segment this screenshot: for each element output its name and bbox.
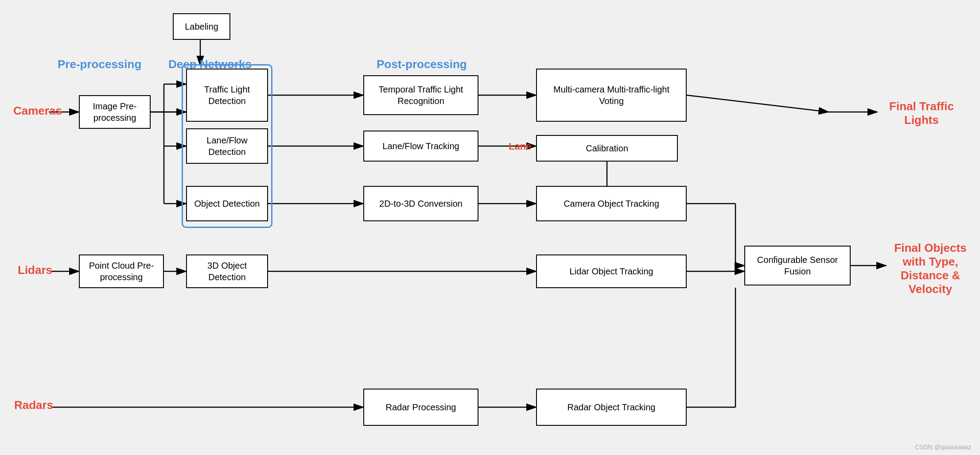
watermark: CSDN @qaaaaaaaz (915, 443, 971, 451)
radar-object-tracking-box: Radar Object Tracking (536, 389, 687, 426)
temporal-traffic-box: Temporal Traffic Light Recognition (363, 75, 478, 115)
final-traffic-lights-label: Final Traffic Lights (877, 100, 966, 127)
multi-camera-box: Multi-camera Multi-traffic-light Voting (536, 69, 687, 122)
labeling-box: Labeling (173, 13, 230, 40)
arrows-svg (0, 0, 980, 455)
postprocessing-label: Post-processing (377, 58, 467, 71)
image-preprocessing-box: Image Pre-processing (79, 95, 151, 129)
point-cloud-box: Point Cloud Pre-processing (79, 254, 164, 288)
twod-to-threed-box: 2D-to-3D Conversion (363, 186, 478, 221)
threed-object-detection-box: 3D Object Detection (186, 254, 268, 288)
configurable-sensor-fusion-box: Configurable Sensor Fusion (744, 246, 851, 285)
deep-networks-outline (182, 64, 272, 228)
lane-label: Lane (509, 141, 531, 152)
lidar-object-tracking-box: Lidar Object Tracking (536, 254, 687, 288)
cameras-label: Cameras (13, 104, 62, 118)
lane-flow-tracking-box: Lane/Flow Tracking (363, 131, 478, 162)
svg-line-23 (687, 95, 828, 112)
camera-object-tracking-box: Camera Object Tracking (536, 186, 687, 221)
preprocessing-label: Pre-processing (58, 58, 141, 71)
lidars-label: Lidars (18, 263, 52, 277)
diagram: Pre-processing Deep Networks Post-proces… (0, 0, 980, 455)
final-objects-label: Final Objects with Type, Distance & Velo… (886, 241, 975, 296)
radar-processing-box: Radar Processing (363, 389, 478, 426)
radars-label: Radars (14, 398, 53, 412)
calibration-box: Calibration (536, 135, 678, 162)
